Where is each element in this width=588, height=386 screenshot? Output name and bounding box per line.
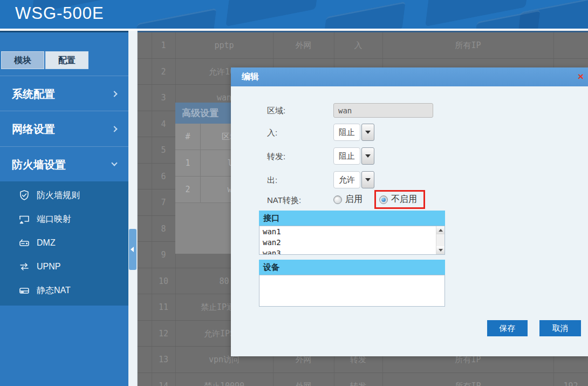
zone-label: 区域: [267, 106, 285, 116]
upnp-arrows-icon [18, 261, 31, 273]
sidebar-item-network-settings[interactable]: 网络设置 [0, 111, 128, 147]
menu-label: 网络设置 [12, 123, 55, 135]
cell-num: 4 [152, 111, 175, 138]
radio-unselected-icon[interactable] [333, 195, 342, 204]
out-select[interactable]: 允许 [333, 171, 374, 188]
col-num: # [175, 124, 201, 150]
sidebar-item-dmz[interactable]: DMZ [0, 231, 128, 255]
dropdown-arrow-icon[interactable] [361, 124, 374, 141]
interface-option[interactable]: wan3 [259, 248, 445, 255]
sidebar-item-system-config[interactable]: 系统配置 [0, 76, 128, 111]
sidebar-collapse-handle[interactable] [129, 229, 136, 270]
dmz-server-icon [18, 237, 31, 249]
save-button[interactable]: 保存 [487, 320, 528, 336]
submenu-label: 端口映射 [37, 214, 71, 225]
edit-dialog: 编辑 × 区域: 入: 阻止 转发: 阻止 出: 允许 NAT转换: 启用 [231, 67, 588, 356]
radio-selected-icon[interactable] [379, 195, 388, 204]
cell-num: 2 [152, 59, 175, 85]
cell-num: 6 [152, 164, 175, 190]
forward-select[interactable]: 阻止 [333, 147, 374, 165]
submenu-label: DMZ [37, 238, 56, 248]
in-label: 入: [267, 128, 277, 138]
app-logo: WSG-500E [15, 4, 104, 23]
cell-num: 5 [152, 137, 175, 164]
cell-name: 禁止10090 [175, 373, 273, 386]
interface-option[interactable]: wan2 [259, 237, 445, 248]
sidebar-menu: 系统配置 网络设置 防火墙设置 [0, 76, 128, 182]
highlight-red-box: 不启用 [374, 190, 425, 209]
submenu-label: 防火墙规则 [37, 190, 80, 201]
cell-num: 9 [152, 242, 175, 268]
keyboard-texture [134, 8, 216, 29]
app-window: WSG-500E 模块 配置 系统配置 网络设置 防火墙设置 [0, 0, 588, 386]
cell-num: 2 [175, 177, 201, 203]
sidebar-gutter [128, 31, 138, 386]
sidebar-item-firewall-settings[interactable]: 防火墙设置 [0, 147, 128, 182]
sidebar-item-upnp[interactable]: UPNP [0, 255, 128, 279]
nat-label: NAT转换: [267, 195, 301, 206]
sidebar-item-static-nat[interactable]: 静态NAT [0, 279, 128, 302]
nat-enable-label: 启用 [345, 194, 363, 205]
cell-direction: 转发 [334, 373, 382, 386]
in-select-value: 阻止 [333, 124, 360, 141]
out-select-value: 允许 [333, 171, 360, 188]
keyboard-texture [323, 2, 406, 29]
device-listbox[interactable] [259, 275, 445, 307]
nat-enable-option[interactable]: 启用 [333, 194, 363, 205]
cell-num: 1 [175, 150, 201, 177]
keyboard-texture [225, 0, 319, 26]
interface-option[interactable]: wan1 [259, 226, 445, 237]
cell-extra [553, 32, 588, 59]
chevron-down-icon [111, 160, 117, 166]
cell-num: 10 [152, 268, 175, 295]
sidebar-item-firewall-rules[interactable]: 防火墙规则 [0, 184, 128, 207]
close-icon[interactable]: × [578, 71, 584, 83]
cancel-button[interactable]: 取消 [539, 320, 581, 336]
cell-num: 12 [152, 321, 175, 347]
submenu-label: 静态NAT [37, 285, 71, 296]
in-select[interactable]: 阻止 [333, 124, 374, 141]
table-row: 1pptp外网入所有IP [138, 32, 588, 59]
sidebar: 模块 配置 系统配置 网络设置 防火墙设置 防火墙规则 [0, 31, 128, 386]
interface-listbox[interactable]: wan1 wan2 wan3 [259, 226, 445, 255]
table-row: 14禁止10090外网转发所有IP192 [138, 373, 588, 386]
cell-source: 所有IP [382, 32, 553, 59]
forward-select-value: 阻止 [333, 147, 360, 165]
static-nat-drive-icon [18, 285, 31, 296]
cell-num: 14 [152, 373, 175, 386]
dialog-title: 编辑 [242, 71, 259, 83]
device-section-header: 设备 [259, 260, 445, 275]
nat-radio-group: 启用 不启用 [333, 190, 425, 209]
cell-num: 3 [152, 85, 175, 111]
scrollbar[interactable] [436, 226, 445, 254]
cell-num: 11 [152, 294, 175, 321]
scroll-up-icon[interactable] [436, 226, 445, 234]
cell-num: 7 [152, 189, 175, 216]
sidebar-item-port-mapping[interactable]: 端口映射 [0, 207, 128, 231]
cell-num: 13 [152, 347, 175, 373]
nat-disable-label: 不启用 [391, 194, 417, 205]
chevron-right-icon [111, 91, 117, 97]
cell-source: 所有IP [382, 373, 553, 386]
app-header: WSG-500E [0, 0, 588, 29]
tab-module[interactable]: 模块 [1, 51, 44, 69]
cell-zone: 外网 [273, 373, 334, 386]
port-mapping-icon [18, 213, 31, 225]
cell-name: pptp [175, 32, 273, 59]
cell-num: 8 [152, 216, 175, 242]
dialog-header: 编辑 × [231, 67, 588, 86]
dropdown-arrow-icon[interactable] [361, 171, 374, 188]
nat-disable-option[interactable]: 不启用 [379, 194, 417, 205]
forward-label: 转发: [267, 152, 285, 162]
interface-section-header: 接口 [259, 211, 445, 226]
scroll-down-icon[interactable] [436, 246, 445, 254]
tab-config[interactable]: 配置 [45, 51, 88, 69]
submenu-label: UPNP [37, 262, 60, 272]
dropdown-arrow-icon[interactable] [361, 147, 374, 165]
shield-check-icon [18, 189, 31, 201]
menu-label: 系统配置 [12, 88, 55, 100]
cell-num: 1 [152, 32, 175, 59]
chevron-right-icon [111, 126, 117, 132]
firewall-submenu: 防火墙规则 端口映射 DMZ UPNP [0, 181, 128, 306]
sidebar-tabs: 模块 配置 [1, 51, 88, 69]
